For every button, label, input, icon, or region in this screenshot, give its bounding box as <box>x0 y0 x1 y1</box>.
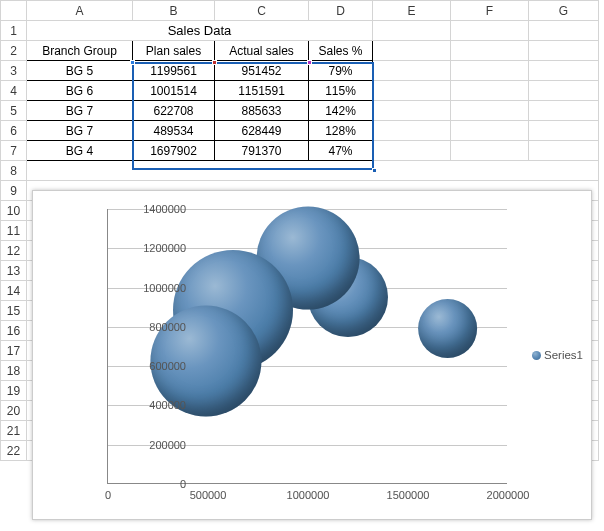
legend-marker-icon <box>532 351 541 360</box>
x-axis-label: 2000000 <box>487 489 530 501</box>
legend-label: Series1 <box>544 349 583 361</box>
row-header-17[interactable]: 17 <box>1 341 27 361</box>
y-axis-label: 0 <box>126 478 186 490</box>
row-header-4[interactable]: 4 <box>1 81 27 101</box>
y-axis-label: 200000 <box>126 439 186 451</box>
cell[interactable] <box>451 101 529 121</box>
cell-plan[interactable]: 1199561 <box>133 61 215 81</box>
cell[interactable] <box>27 161 599 181</box>
col-header-G[interactable]: G <box>529 1 599 21</box>
cell-actual[interactable]: 791370 <box>215 141 309 161</box>
row-header-7[interactable]: 7 <box>1 141 27 161</box>
row-header-14[interactable]: 14 <box>1 281 27 301</box>
cell[interactable] <box>451 21 529 41</box>
row-header-9[interactable]: 9 <box>1 181 27 201</box>
cell-pct[interactable]: 128% <box>309 121 373 141</box>
col-header-A[interactable]: A <box>27 1 133 21</box>
row-header-18[interactable]: 18 <box>1 361 27 381</box>
col-header-B[interactable]: B <box>133 1 215 21</box>
row-header-13[interactable]: 13 <box>1 261 27 281</box>
cell[interactable] <box>373 81 451 101</box>
x-axis-label: 500000 <box>190 489 227 501</box>
cell[interactable] <box>529 141 599 161</box>
header-plan-sales[interactable]: Plan sales <box>133 41 215 61</box>
cell[interactable] <box>373 41 451 61</box>
range-marker-icon <box>212 60 217 65</box>
row-header-15[interactable]: 15 <box>1 301 27 321</box>
header-sales-pct[interactable]: Sales % <box>309 41 373 61</box>
header-actual-sales[interactable]: Actual sales <box>215 41 309 61</box>
cell[interactable] <box>373 141 451 161</box>
cell[interactable] <box>529 81 599 101</box>
cell[interactable] <box>373 61 451 81</box>
cell-plan[interactable]: 622708 <box>133 101 215 121</box>
row-header-11[interactable]: 11 <box>1 221 27 241</box>
chart-legend[interactable]: Series1 <box>532 349 583 361</box>
col-header-D[interactable]: D <box>309 1 373 21</box>
cell-plan[interactable]: 1001514 <box>133 81 215 101</box>
cell-group[interactable]: BG 4 <box>27 141 133 161</box>
cell-actual[interactable]: 628449 <box>215 121 309 141</box>
y-axis-label: 800000 <box>126 321 186 333</box>
row-header-19[interactable]: 19 <box>1 381 27 401</box>
range-marker-icon <box>307 60 312 65</box>
header-branch-group[interactable]: Branch Group <box>27 41 133 61</box>
cell-plan[interactable]: 1697902 <box>133 141 215 161</box>
bubble-chart[interactable]: 0500000100000015000002000000 Series1 020… <box>32 190 592 520</box>
cell-pct[interactable]: 115% <box>309 81 373 101</box>
row-header-21[interactable]: 21 <box>1 421 27 441</box>
y-axis-label: 400000 <box>126 399 186 411</box>
row-header-12[interactable]: 12 <box>1 241 27 261</box>
fill-handle[interactable] <box>372 168 377 173</box>
cell-plan[interactable]: 489534 <box>133 121 215 141</box>
col-header-F[interactable]: F <box>451 1 529 21</box>
cell[interactable] <box>373 21 451 41</box>
cell[interactable] <box>529 61 599 81</box>
cell[interactable] <box>451 141 529 161</box>
cell[interactable] <box>529 101 599 121</box>
cell[interactable] <box>373 121 451 141</box>
cell-actual[interactable]: 1151591 <box>215 81 309 101</box>
cell[interactable] <box>529 21 599 41</box>
row-header-8[interactable]: 8 <box>1 161 27 181</box>
col-header-C[interactable]: C <box>215 1 309 21</box>
cell-group[interactable]: BG 7 <box>27 101 133 121</box>
cell[interactable] <box>529 41 599 61</box>
cell[interactable] <box>451 121 529 141</box>
cell-pct[interactable]: 142% <box>309 101 373 121</box>
row-header-1[interactable]: 1 <box>1 21 27 41</box>
x-axis-label: 1500000 <box>387 489 430 501</box>
row-header-3[interactable]: 3 <box>1 61 27 81</box>
y-axis-label: 1200000 <box>126 242 186 254</box>
cell-pct[interactable]: 79% <box>309 61 373 81</box>
cell[interactable] <box>373 101 451 121</box>
cell-pct[interactable]: 47% <box>309 141 373 161</box>
cell[interactable] <box>529 121 599 141</box>
col-header-E[interactable]: E <box>373 1 451 21</box>
cell-group[interactable]: BG 5 <box>27 61 133 81</box>
x-axis-label: 0 <box>105 489 111 501</box>
cell-group[interactable]: BG 6 <box>27 81 133 101</box>
bubble-point[interactable] <box>418 299 478 359</box>
cell[interactable] <box>451 61 529 81</box>
title-cell[interactable]: Sales Data <box>27 21 373 41</box>
row-header-22[interactable]: 22 <box>1 441 27 461</box>
row-header-20[interactable]: 20 <box>1 401 27 421</box>
row-header-5[interactable]: 5 <box>1 101 27 121</box>
y-axis-label: 1000000 <box>126 282 186 294</box>
row-header-16[interactable]: 16 <box>1 321 27 341</box>
y-axis-label: 1400000 <box>126 203 186 215</box>
row-header-2[interactable]: 2 <box>1 41 27 61</box>
row-header-6[interactable]: 6 <box>1 121 27 141</box>
select-all-corner[interactable] <box>1 1 27 21</box>
range-marker-icon <box>130 60 135 65</box>
cell-actual[interactable]: 951452 <box>215 61 309 81</box>
x-axis-label: 1000000 <box>287 489 330 501</box>
cell-group[interactable]: BG 7 <box>27 121 133 141</box>
cell-actual[interactable]: 885633 <box>215 101 309 121</box>
cell[interactable] <box>451 81 529 101</box>
y-axis-label: 600000 <box>126 360 186 372</box>
row-header-10[interactable]: 10 <box>1 201 27 221</box>
cell[interactable] <box>451 41 529 61</box>
